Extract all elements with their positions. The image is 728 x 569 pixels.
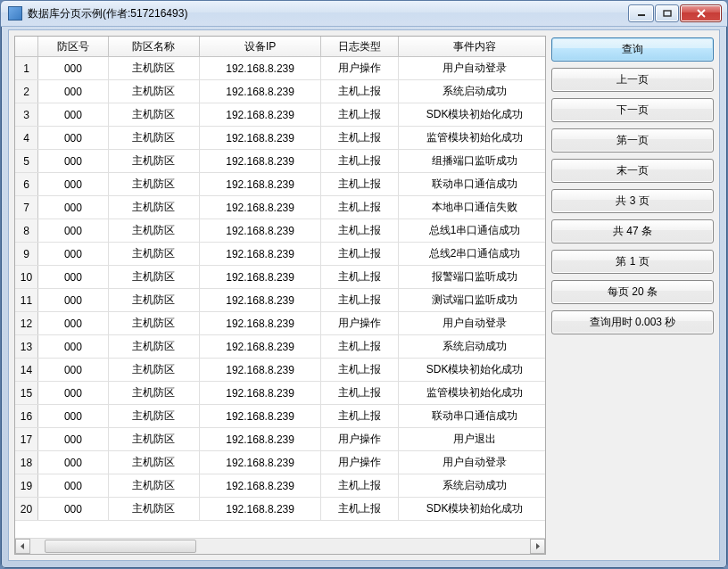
table-cell: 用户操作 <box>321 428 399 451</box>
table-row[interactable]: 2000主机防区192.168.8.239主机上报系统启动成功2 <box>15 80 545 103</box>
table-row[interactable]: 16000主机防区192.168.8.239主机上报联动串口通信成功2 <box>15 405 545 428</box>
total-pages-button: 共 3 页 <box>551 189 714 213</box>
table-cell: 000 <box>38 127 109 150</box>
table-cell: 主机上报 <box>321 474 399 498</box>
table-row[interactable]: 20000主机防区192.168.8.239主机上报SDK模块初始化成功2 <box>15 498 545 521</box>
row-number-header[interactable] <box>15 37 38 57</box>
table-cell: 组播端口监听成功 <box>399 150 545 173</box>
table-cell: 主机上报 <box>321 219 399 243</box>
app-window: 数据库分页示例(作者:517216493) 防区号防区名称设备IP日志类型事件内… <box>0 0 728 569</box>
table-cell: 主机上报 <box>321 173 399 196</box>
scroll-left-button[interactable] <box>15 539 30 554</box>
elapsed-button: 查询用时 0.003 秒 <box>551 310 714 334</box>
table-row[interactable]: 10000主机防区192.168.8.239主机上报报警端口监听成功2 <box>15 266 545 289</box>
table-cell: 192.168.8.239 <box>199 80 320 103</box>
table-cell: 系统启动成功 <box>399 80 545 103</box>
scroll-track[interactable] <box>30 539 530 554</box>
svg-rect-0 <box>638 14 645 16</box>
table-row[interactable]: 14000主机防区192.168.8.239主机上报SDK模块初始化成功2 <box>15 359 545 382</box>
table-row[interactable]: 6000主机防区192.168.8.239主机上报联动串口通信成功2 <box>15 173 545 196</box>
table-row[interactable]: 8000主机防区192.168.8.239主机上报总线1串口通信成功2 <box>15 219 545 243</box>
table-cell: 000 <box>38 289 109 312</box>
table-cell: 000 <box>38 405 109 428</box>
scroll-thumb[interactable] <box>45 540 196 553</box>
table-row[interactable]: 9000主机防区192.168.8.239主机上报总线2串口通信成功2 <box>15 243 545 266</box>
table-cell: 000 <box>38 382 109 405</box>
last-button[interactable]: 末一页 <box>551 159 714 183</box>
next-button[interactable]: 下一页 <box>551 98 714 122</box>
column-header[interactable]: 防区名称 <box>108 37 199 57</box>
column-header[interactable]: 设备IP <box>199 37 320 57</box>
table-row[interactable]: 19000主机防区192.168.8.239主机上报系统启动成功2 <box>15 474 545 498</box>
table-cell: 用户自动登录 <box>399 312 545 335</box>
table-cell: 192.168.8.239 <box>199 289 320 312</box>
titlebar[interactable]: 数据库分页示例(作者:517216493) <box>1 1 727 27</box>
row-number: 14 <box>15 359 38 382</box>
row-number: 10 <box>15 266 38 289</box>
table-cell: 本地串口通信失败 <box>399 196 545 219</box>
row-number: 6 <box>15 173 38 196</box>
table-cell: 主机防区 <box>108 451 199 474</box>
table-cell: 主机防区 <box>108 289 199 312</box>
table-cell: 000 <box>38 498 109 521</box>
table-row[interactable]: 12000主机防区192.168.8.239用户操作用户自动登录2 <box>15 312 545 335</box>
table-row[interactable]: 1000主机防区192.168.8.239用户操作用户自动登录2 <box>15 57 545 80</box>
table-cell: 用户自动登录 <box>399 451 545 474</box>
table-cell: 192.168.8.239 <box>199 359 320 382</box>
row-number: 13 <box>15 335 38 359</box>
table-cell: 主机上报 <box>321 127 399 150</box>
table-row[interactable]: 4000主机防区192.168.8.239主机上报监管模块初始化成功2 <box>15 127 545 150</box>
table-cell: 监管模块初始化成功 <box>399 382 545 405</box>
table-cell: 用户操作 <box>321 312 399 335</box>
table-cell: 000 <box>38 173 109 196</box>
data-table[interactable]: 防区号防区名称设备IP日志类型事件内容 1000主机防区192.168.8.23… <box>15 37 545 521</box>
table-cell: 主机上报 <box>321 382 399 405</box>
current-page-button: 第 1 页 <box>551 250 714 274</box>
scroll-right-button[interactable] <box>530 539 545 554</box>
table-cell: 192.168.8.239 <box>199 103 320 127</box>
table-row[interactable]: 3000主机防区192.168.8.239主机上报SDK模块初始化成功2 <box>15 103 545 127</box>
table-cell: 主机防区 <box>108 382 199 405</box>
table-cell: 联动串口通信成功 <box>399 405 545 428</box>
table-row[interactable]: 18000主机防区192.168.8.239用户操作用户自动登录2 <box>15 451 545 474</box>
horizontal-scrollbar[interactable] <box>15 538 545 554</box>
minimize-button[interactable] <box>628 4 654 22</box>
table-cell: 主机上报 <box>321 359 399 382</box>
table-cell: 主机上报 <box>321 243 399 266</box>
table-cell: 000 <box>38 243 109 266</box>
table-row[interactable]: 7000主机防区192.168.8.239主机上报本地串口通信失败2 <box>15 196 545 219</box>
table-row[interactable]: 17000主机防区192.168.8.239用户操作用户退出2 <box>15 428 545 451</box>
table-row[interactable]: 5000主机防区192.168.8.239主机上报组播端口监听成功2 <box>15 150 545 173</box>
table-cell: 000 <box>38 359 109 382</box>
row-number: 3 <box>15 103 38 127</box>
window-title: 数据库分页示例(作者:517216493) <box>28 1 628 26</box>
table-cell: 192.168.8.239 <box>199 150 320 173</box>
table-cell: 主机防区 <box>108 405 199 428</box>
table-row[interactable]: 13000主机防区192.168.8.239主机上报系统启动成功2 <box>15 335 545 359</box>
table-row[interactable]: 15000主机防区192.168.8.239主机上报监管模块初始化成功2 <box>15 382 545 405</box>
close-button[interactable] <box>680 4 722 22</box>
table-cell: SDK模块初始化成功 <box>399 498 545 521</box>
prev-button[interactable]: 上一页 <box>551 68 714 92</box>
row-number: 20 <box>15 498 38 521</box>
column-header[interactable]: 日志类型 <box>321 37 399 57</box>
row-number: 11 <box>15 289 38 312</box>
table-cell: 主机防区 <box>108 219 199 243</box>
query-button[interactable]: 查询 <box>551 37 714 62</box>
table-cell: 主机防区 <box>108 312 199 335</box>
table-cell: 主机防区 <box>108 80 199 103</box>
table-row[interactable]: 11000主机防区192.168.8.239主机上报测试端口监听成功2 <box>15 289 545 312</box>
first-button[interactable]: 第一页 <box>551 128 714 153</box>
table-cell: 192.168.8.239 <box>199 451 320 474</box>
table-cell: 主机上报 <box>321 150 399 173</box>
column-header[interactable]: 防区号 <box>38 37 109 57</box>
maximize-button[interactable] <box>655 4 679 22</box>
row-number: 15 <box>15 382 38 405</box>
table-cell: 192.168.8.239 <box>199 498 320 521</box>
column-header[interactable]: 事件内容 <box>399 37 545 57</box>
total-rows-button: 共 47 条 <box>551 219 714 243</box>
table-cell: 192.168.8.239 <box>199 312 320 335</box>
table-cell: 192.168.8.239 <box>199 196 320 219</box>
table-cell: 系统启动成功 <box>399 474 545 498</box>
table-cell: 000 <box>38 312 109 335</box>
